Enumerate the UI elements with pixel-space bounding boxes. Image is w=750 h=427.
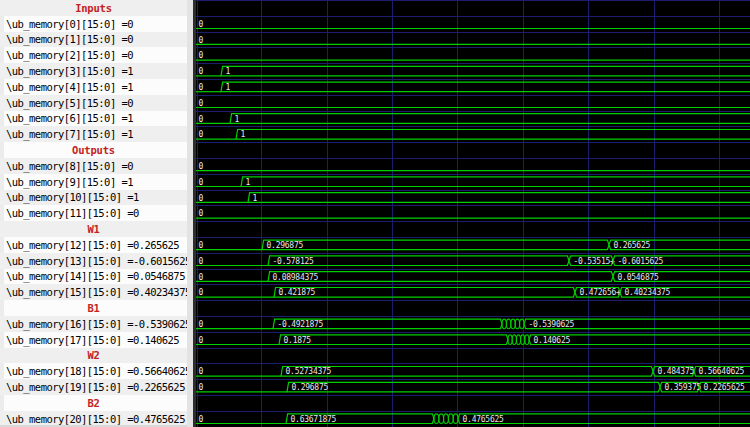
panel-splitter[interactable] <box>187 0 196 427</box>
signal-trace: 00.2968750.265625 <box>196 240 750 250</box>
svg-text:0: 0 <box>199 273 204 282</box>
signal-name-row[interactable]: \ub_memory[3][15:0] =1 <box>0 63 187 79</box>
signal-name-label: \ub_memory[0][15:0] =0 <box>0 18 133 30</box>
signal-name-label: \ub_memory[16][15:0] =-0.5390625 <box>0 318 187 330</box>
svg-text:0.08984375: 0.08984375 <box>273 273 319 282</box>
signal-name-row[interactable]: \ub_memory[16][15:0] =-0.5390625 <box>0 316 187 332</box>
group-header-row[interactable]: W2 <box>0 348 187 364</box>
svg-text:-0.4921875: -0.4921875 <box>278 320 324 329</box>
signal-trace: 0 <box>196 36 750 45</box>
signal-name-label: \ub_memory[9][15:0] =1 <box>0 176 133 188</box>
svg-text:0: 0 <box>199 178 204 187</box>
svg-text:0: 0 <box>199 209 204 218</box>
signal-trace: 0 <box>196 209 750 218</box>
signal-name-row[interactable]: \ub_memory[14][15:0] =0.0546875 <box>0 269 187 285</box>
signal-name-label: \ub_memory[18][15:0] =0.56640625 <box>0 365 187 377</box>
signal-name-row[interactable]: \ub_memory[8][15:0] =0 <box>0 158 187 174</box>
signal-trace: 00.527343750.4843750.56640625 <box>196 367 750 377</box>
signal-name-label: \ub_memory[19][15:0] =0.2265625 <box>0 381 185 393</box>
signal-name-label: \ub_memory[20][15:0] =0.4765625 <box>0 413 185 425</box>
signal-name-row[interactable]: \ub_memory[19][15:0] =0.2265625 <box>0 379 187 395</box>
group-header-row[interactable]: W1 <box>0 221 187 237</box>
signal-trace: 01 <box>196 193 750 203</box>
group-header-row[interactable]: Inputs <box>0 0 187 16</box>
group-header-label: Outputs <box>72 144 115 156</box>
signal-name-row[interactable]: \ub_memory[15][15:0] =0.40234375 <box>0 284 187 300</box>
svg-text:0.296875: 0.296875 <box>267 241 304 250</box>
svg-text:0: 0 <box>199 241 204 250</box>
svg-text:0: 0 <box>199 336 204 345</box>
waveform-panel[interactable]: 00001010010100101000.2968750.2656250-0.5… <box>196 0 750 427</box>
group-header-row[interactable]: B1 <box>0 300 187 316</box>
signal-name-label: \ub_memory[17][15:0] =0.140625 <box>0 334 179 346</box>
svg-text:0: 0 <box>199 99 204 108</box>
svg-text:0: 0 <box>199 130 204 139</box>
svg-text:0.296875: 0.296875 <box>292 383 329 392</box>
svg-text:1: 1 <box>253 194 258 203</box>
svg-text:0: 0 <box>199 383 204 392</box>
svg-text:1: 1 <box>246 178 251 187</box>
signal-name-label: \ub_memory[4][15:0] =1 <box>0 81 133 93</box>
svg-text:0.140625: 0.140625 <box>534 336 571 345</box>
signal-name-row[interactable]: \ub_memory[11][15:0] =0 <box>0 205 187 221</box>
waveform-canvas[interactable]: 00001010010100101000.2968750.2656250-0.5… <box>196 0 750 427</box>
svg-text:1: 1 <box>226 67 231 76</box>
signal-name-label: \ub_memory[14][15:0] =0.0546875 <box>0 270 185 282</box>
svg-text:0.52734375: 0.52734375 <box>286 367 332 376</box>
signal-name-row[interactable]: \ub_memory[12][15:0] =0.265625 <box>0 237 187 253</box>
signal-trace: 00.089843750.0546875 <box>196 272 750 282</box>
signal-name-row[interactable]: \ub_memory[17][15:0] =0.140625 <box>0 332 187 348</box>
signal-name-label: \ub_memory[6][15:0] =1 <box>0 112 133 124</box>
svg-text:0.472656+: 0.472656+ <box>580 288 622 297</box>
svg-text:0: 0 <box>199 415 204 424</box>
signal-name-row[interactable]: \ub_memory[7][15:0] =1 <box>0 126 187 142</box>
svg-text:0: 0 <box>199 367 204 376</box>
svg-text:0.40234375: 0.40234375 <box>625 288 671 297</box>
signal-name-row[interactable]: \ub_memory[0][15:0] =0 <box>0 16 187 32</box>
signal-name-row[interactable]: \ub_memory[4][15:0] =1 <box>0 79 187 95</box>
timeline-grid <box>196 0 750 427</box>
svg-text:0.1875: 0.1875 <box>284 336 312 345</box>
signal-name-row[interactable]: \ub_memory[2][15:0] =0 <box>0 47 187 63</box>
signal-trace: 01 <box>196 130 750 140</box>
signal-name-row[interactable]: \ub_memory[10][15:0] =1 <box>0 190 187 206</box>
svg-text:-0.578125: -0.578125 <box>273 257 315 266</box>
svg-text:0.359375: 0.359375 <box>665 383 702 392</box>
signal-name-row[interactable]: \ub_memory[18][15:0] =0.56640625 <box>0 363 187 379</box>
svg-text:0.0546875: 0.0546875 <box>618 273 660 282</box>
svg-text:0: 0 <box>199 20 204 29</box>
group-header-row[interactable]: B2 <box>0 395 187 411</box>
svg-text:0: 0 <box>199 36 204 45</box>
signal-name-label: \ub_memory[12][15:0] =0.265625 <box>0 239 179 251</box>
group-header-row[interactable]: Outputs <box>0 142 187 158</box>
signal-name-panel[interactable]: Inputs\ub_memory[0][15:0] =0\ub_memory[1… <box>0 0 187 427</box>
signal-trace: 0-0.4921875-0.5390625 <box>196 319 750 329</box>
signal-trace: 0-0.578125-0.53515+-0.6015625 <box>196 256 750 266</box>
signal-name-label: \ub_memory[5][15:0] =0 <box>0 97 133 109</box>
svg-text:0: 0 <box>199 288 204 297</box>
svg-text:0.265625: 0.265625 <box>614 241 651 250</box>
signal-name-label: \ub_memory[7][15:0] =1 <box>0 128 133 140</box>
signal-name-row[interactable]: \ub_memory[1][15:0] =0 <box>0 32 187 48</box>
signal-name-row[interactable]: \ub_memory[13][15:0] =-0.6015625 <box>0 253 187 269</box>
signal-name-row[interactable]: \ub_memory[5][15:0] =0 <box>0 95 187 111</box>
svg-text:-0.5390625: -0.5390625 <box>529 320 575 329</box>
signal-trace: 0 <box>196 51 750 60</box>
signal-name-label: \ub_memory[10][15:0] =1 <box>0 191 139 203</box>
group-header-label: W1 <box>87 223 99 235</box>
signal-name-label: \ub_memory[2][15:0] =0 <box>0 49 133 61</box>
signal-trace: 01 <box>196 82 750 92</box>
signal-trace: 0 <box>196 20 750 29</box>
signal-name-label: \ub_memory[8][15:0] =0 <box>0 160 133 172</box>
svg-text:-0.53515+: -0.53515+ <box>574 257 616 266</box>
signal-name-label: \ub_memory[11][15:0] =0 <box>0 207 139 219</box>
signal-trace: 0 <box>196 162 750 171</box>
signal-trace: 01 <box>196 66 750 76</box>
signal-name-row[interactable]: \ub_memory[9][15:0] =1 <box>0 174 187 190</box>
waveform-viewer-window: Inputs\ub_memory[0][15:0] =0\ub_memory[1… <box>0 0 750 427</box>
svg-text:-0.6015625: -0.6015625 <box>618 257 664 266</box>
svg-text:0: 0 <box>199 162 204 171</box>
signal-name-row[interactable]: \ub_memory[6][15:0] =1 <box>0 111 187 127</box>
group-header-label: W2 <box>87 349 99 361</box>
signal-trace: 00.18750.140625 <box>196 335 750 345</box>
